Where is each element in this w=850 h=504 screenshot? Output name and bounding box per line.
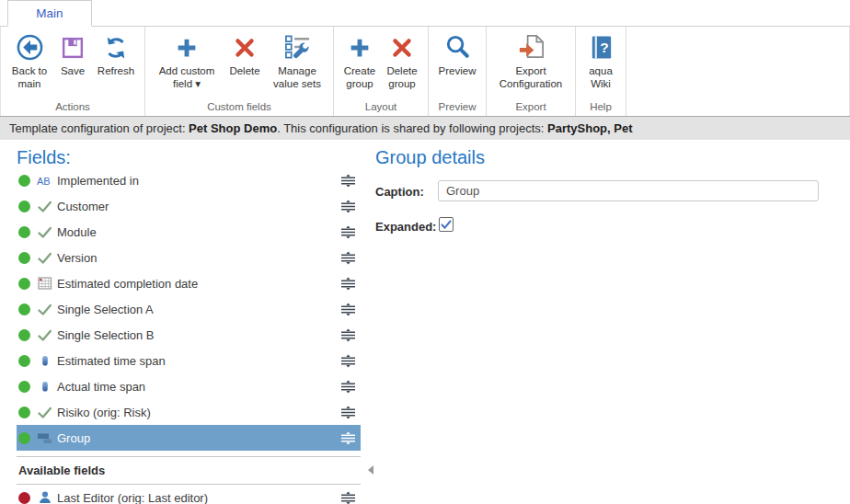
field-row-selected[interactable]: Group (17, 425, 361, 451)
field-row[interactable]: Customer (17, 193, 361, 219)
reorder-handle-icon[interactable] (339, 174, 357, 188)
back-to-main-button[interactable]: Back to main (6, 29, 53, 99)
refresh-button[interactable]: Refresh (92, 29, 140, 99)
timespan-icon (36, 379, 53, 394)
reorder-handle-icon[interactable] (339, 431, 357, 445)
group-icon (36, 430, 53, 445)
manage-value-sets-icon (283, 30, 312, 64)
check-icon (36, 251, 53, 265)
field-label: Risiko (orig: Risk) (57, 406, 151, 419)
delete-x-icon (231, 30, 258, 64)
check-icon (36, 225, 53, 239)
status-dot-active (18, 226, 30, 238)
ribbon-group-label-actions: Actions (1, 99, 144, 116)
reorder-handle-icon[interactable] (339, 277, 357, 291)
ribbon-group-help: ? aqua Wiki Help (576, 27, 626, 116)
reorder-handle-icon[interactable] (339, 406, 357, 419)
create-group-button[interactable]: Create group (339, 29, 381, 99)
save-label: Save (61, 65, 85, 78)
ribbon-group-custom-fields: Add custom field ▾ Delete (145, 27, 334, 116)
svg-text:?: ? (600, 40, 608, 55)
ribbon-group-preview: Preview Preview (429, 27, 487, 116)
reorder-handle-icon[interactable] (339, 303, 357, 316)
field-label: Last Editor (orig: Last editor) (57, 491, 208, 504)
refresh-icon (102, 30, 130, 64)
manage-value-sets-button[interactable]: Manage value sets (266, 29, 328, 99)
back-icon (16, 30, 44, 64)
status-dot-active (18, 278, 30, 290)
ribbon-group-actions: Back to main Save (1, 27, 145, 116)
aqua-wiki-button[interactable]: ? aqua Wiki (580, 29, 621, 99)
manage-value-sets-label: Manage value sets (269, 65, 326, 90)
status-dot-active (18, 175, 30, 187)
ribbon-group-label-export: Export (487, 99, 575, 116)
field-label: Actual time span (57, 380, 145, 394)
delete-group-button[interactable]: Delete group (381, 29, 423, 99)
text-ab-icon: AB (36, 173, 53, 188)
field-label: Module (57, 225, 97, 239)
expanded-label: Expanded: (375, 220, 436, 234)
field-row[interactable]: Estimated completion date (17, 270, 361, 296)
available-field-row[interactable]: Last Editor (orig: Last editor) (17, 485, 361, 504)
fields-panel-title: Fields: (17, 147, 71, 168)
check-icon (36, 200, 53, 213)
collapse-splitter-icon[interactable] (368, 465, 373, 475)
status-dot-active (18, 432, 30, 444)
checkmark-icon (441, 220, 452, 230)
check-icon (36, 328, 53, 342)
status-dot-active (18, 407, 30, 418)
reorder-handle-icon[interactable] (339, 354, 357, 368)
check-icon (36, 406, 53, 419)
save-button[interactable]: Save (53, 29, 92, 99)
expanded-checkbox[interactable] (439, 217, 454, 232)
reorder-handle-icon[interactable] (339, 380, 357, 394)
info-text-middle: . This configuration is shared by follow… (277, 121, 547, 135)
aqua-wiki-label: aqua Wiki (583, 65, 618, 90)
svg-text:AB: AB (37, 176, 51, 187)
field-label: Implemented in (57, 174, 139, 188)
caption-input[interactable] (438, 180, 819, 201)
tab-main-label: Main (36, 6, 63, 20)
preview-magnifier-icon (443, 30, 472, 64)
group-details-title: Group details (375, 147, 485, 168)
refresh-label: Refresh (98, 65, 134, 78)
person-icon (36, 490, 53, 504)
reorder-handle-icon[interactable] (339, 491, 357, 504)
delete-group-label: Delete group (384, 65, 420, 90)
field-row[interactable]: AB Implemented in (17, 167, 361, 193)
field-label: Version (57, 251, 97, 265)
ribbon-group-label-custom-fields: Custom fields (145, 99, 333, 116)
reorder-handle-icon[interactable] (339, 200, 357, 213)
ribbon-group-label-preview: Preview (429, 99, 486, 116)
field-row[interactable]: Version (17, 245, 361, 270)
status-dot-active (18, 252, 30, 264)
field-row[interactable]: Estimated time span (17, 348, 361, 373)
delete-field-button[interactable]: Delete (224, 29, 266, 99)
main-content: Fields: AB Implemented in Customer Modul… (0, 140, 850, 504)
delete-x-icon (388, 30, 416, 64)
field-row[interactable]: Risiko (orig: Risk) (17, 399, 361, 425)
field-row[interactable]: Single Selection B (17, 322, 361, 348)
tab-main[interactable]: Main (7, 0, 92, 27)
wiki-book-icon: ? (587, 30, 615, 64)
info-project-name: Pet Shop Demo (189, 121, 277, 135)
field-row[interactable]: Single Selection A (17, 296, 361, 322)
ribbon-group-label-layout: Layout (334, 99, 428, 116)
status-dot-active (18, 200, 30, 212)
field-row[interactable]: Module (17, 219, 361, 245)
fields-list: AB Implemented in Customer Module Versio… (17, 167, 361, 504)
info-shared-projects: PartyShop, Pet (547, 121, 632, 135)
available-fields-header: Available fields (17, 456, 361, 485)
reorder-handle-icon[interactable] (339, 251, 357, 265)
export-configuration-button[interactable]: Export Configuration (491, 29, 570, 99)
template-configuration-info-bar: Template configuration of project: Pet S… (0, 116, 850, 140)
add-custom-field-button[interactable]: Add custom field ▾ (150, 29, 224, 99)
reorder-handle-icon[interactable] (339, 328, 357, 342)
field-row[interactable]: Actual time span (17, 373, 361, 399)
status-dot-active (18, 381, 30, 393)
reorder-handle-icon[interactable] (339, 225, 357, 239)
status-dot-active (18, 329, 30, 341)
calendar-icon (36, 276, 53, 291)
timespan-icon (36, 353, 53, 368)
preview-button[interactable]: Preview (433, 29, 481, 99)
